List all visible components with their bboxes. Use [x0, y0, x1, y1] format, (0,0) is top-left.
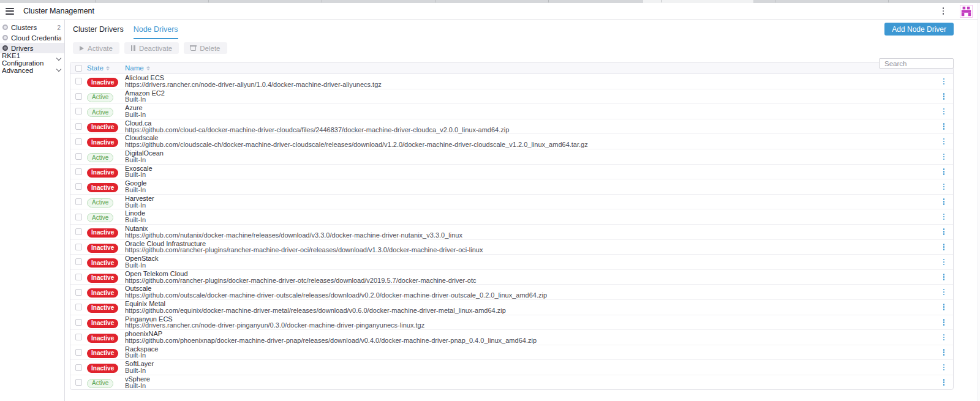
row-checkbox[interactable]	[75, 228, 82, 235]
row-actions-kebab-icon[interactable]	[941, 182, 948, 192]
table-row[interactable]: Inactive Google Built-In	[70, 179, 953, 194]
table-row[interactable]: Active DigitalOcean Built-In	[70, 149, 953, 164]
row-checkbox[interactable]	[75, 108, 82, 114]
table-row[interactable]: Active vSphere Built-In	[70, 375, 953, 390]
row-checkbox[interactable]	[75, 138, 82, 145]
driver-detail: https://github.com/equinix/docker-machin…	[125, 307, 935, 314]
table-header: State Name	[70, 62, 953, 74]
row-actions-kebab-icon[interactable]	[941, 107, 948, 116]
table-row[interactable]: Inactive Nutanix https://github.com/nuta…	[70, 224, 953, 239]
row-actions-kebab-icon[interactable]	[941, 333, 948, 342]
row-actions-kebab-icon[interactable]	[941, 227, 948, 236]
row-checkbox[interactable]	[75, 168, 82, 175]
sidebar-item-rke1-configuration[interactable]: RKE1 Configuration	[0, 54, 64, 64]
table-row[interactable]: Active Azure Built-In	[70, 103, 953, 119]
status-badge: Inactive	[87, 138, 118, 147]
row-checkbox[interactable]	[75, 183, 82, 190]
play-icon	[80, 46, 84, 51]
row-actions-kebab-icon[interactable]	[941, 288, 948, 297]
sidebar-item-clusters[interactable]: Clusters 2	[0, 22, 64, 32]
tab-cluster-drivers[interactable]: Cluster Drivers	[73, 25, 124, 39]
row-actions-kebab-icon[interactable]	[941, 122, 948, 131]
bulk-actions: Activate Deactivate Delete	[70, 42, 954, 54]
header-kebab-icon[interactable]	[939, 6, 948, 17]
column-header-name[interactable]: Name	[125, 64, 935, 72]
row-checkbox[interactable]	[75, 304, 82, 310]
table-row[interactable]: Inactive Open Telekom Cloud https://gith…	[70, 269, 953, 285]
row-actions-kebab-icon[interactable]	[941, 152, 948, 162]
driver-detail: https://github.com/outscale/docker-machi…	[125, 292, 935, 299]
menu-icon[interactable]	[6, 8, 14, 15]
sort-icon	[106, 66, 110, 70]
row-actions-kebab-icon[interactable]	[941, 302, 948, 312]
row-actions-kebab-icon[interactable]	[941, 212, 948, 222]
delete-button[interactable]: Delete	[184, 42, 227, 54]
row-actions-kebab-icon[interactable]	[941, 77, 948, 86]
table-row[interactable]: Inactive Cloudscale https://github.com/c…	[70, 133, 953, 149]
row-checkbox[interactable]	[75, 78, 82, 84]
table-body: Inactive Alicloud ECS https://drivers.ra…	[70, 74, 953, 389]
row-checkbox[interactable]	[75, 319, 82, 326]
row-checkbox[interactable]	[75, 198, 82, 205]
column-header-state[interactable]: State	[87, 64, 125, 72]
clusters-count: 2	[57, 24, 61, 31]
table-row[interactable]: Inactive Cloud.ca https://github.com/clo…	[70, 119, 953, 134]
row-checkbox[interactable]	[75, 123, 82, 130]
search-input[interactable]	[879, 58, 954, 69]
row-checkbox[interactable]	[75, 258, 82, 265]
row-actions-kebab-icon[interactable]	[941, 258, 948, 267]
driver-name: Open Telekom Cloud	[125, 271, 935, 277]
select-all-checkbox[interactable]	[75, 65, 82, 72]
table-row[interactable]: Inactive phoenixNAP https://github.com/p…	[70, 329, 953, 345]
table-row[interactable]: Inactive Exoscale Built-In	[70, 164, 953, 179]
identicon-icon	[960, 6, 972, 17]
row-checkbox[interactable]	[75, 349, 82, 356]
browser-tabstrip	[0, 0, 980, 3]
row-checkbox[interactable]	[75, 153, 82, 160]
table-row[interactable]: Inactive Pinganyun ECS https://drivers.r…	[70, 315, 953, 330]
row-actions-kebab-icon[interactable]	[941, 167, 948, 176]
add-node-driver-button[interactable]: Add Node Driver	[884, 23, 954, 36]
row-checkbox[interactable]	[75, 364, 82, 371]
table-row[interactable]: Inactive OpenStack Built-In	[70, 254, 953, 269]
row-checkbox[interactable]	[75, 93, 82, 100]
row-actions-kebab-icon[interactable]	[941, 197, 948, 206]
tab-node-drivers[interactable]: Node Drivers	[134, 25, 178, 39]
table-row[interactable]: Active Amazon EC2 Built-In	[70, 89, 953, 104]
row-actions-kebab-icon[interactable]	[941, 242, 948, 252]
row-checkbox[interactable]	[75, 244, 82, 250]
row-checkbox[interactable]	[75, 379, 82, 386]
table-row[interactable]: Inactive SoftLayer Built-In	[70, 359, 953, 375]
row-actions-kebab-icon[interactable]	[941, 137, 948, 146]
driver-detail: Built-In	[125, 367, 935, 374]
row-checkbox[interactable]	[75, 214, 82, 220]
table-row[interactable]: Inactive Equinix Metal https://github.co…	[70, 299, 953, 315]
table-row[interactable]: Inactive Rackspace Built-In	[70, 345, 953, 360]
scrollbar-track[interactable]	[978, 3, 980, 401]
row-actions-kebab-icon[interactable]	[941, 92, 948, 101]
row-checkbox[interactable]	[75, 274, 82, 280]
table-row[interactable]: Active Harvester Built-In	[70, 194, 953, 209]
activate-button[interactable]: Activate	[73, 42, 119, 54]
row-actions-kebab-icon[interactable]	[941, 318, 948, 327]
table-row[interactable]: Active Linode Built-In	[70, 209, 953, 224]
row-actions-kebab-icon[interactable]	[941, 272, 948, 282]
row-checkbox[interactable]	[75, 334, 82, 340]
sidebar: Clusters 2 Cloud Credentials Drivers RKE…	[0, 20, 65, 401]
table-row[interactable]: Inactive Alicloud ECS https://drivers.ra…	[70, 74, 953, 89]
deactivate-button[interactable]: Deactivate	[124, 42, 179, 54]
driver-detail: https://github.com/cloud-ca/docker-machi…	[125, 127, 935, 133]
driver-name: Exoscale	[125, 165, 935, 172]
driver-detail: Built-In	[125, 352, 935, 359]
table-row[interactable]: Inactive Oracle Cloud Infrastructure htt…	[70, 239, 953, 255]
row-actions-kebab-icon[interactable]	[941, 378, 948, 387]
status-badge: Inactive	[87, 334, 118, 343]
user-avatar[interactable]	[960, 5, 973, 18]
sidebar-item-advanced[interactable]: Advanced	[0, 65, 64, 75]
chevron-down-icon	[56, 56, 61, 61]
sidebar-item-cloud-credentials[interactable]: Cloud Credentials	[0, 32, 64, 43]
row-actions-kebab-icon[interactable]	[941, 363, 948, 372]
row-checkbox[interactable]	[75, 289, 82, 296]
table-row[interactable]: Inactive Outscale https://github.com/out…	[70, 284, 953, 299]
row-actions-kebab-icon[interactable]	[941, 348, 948, 357]
